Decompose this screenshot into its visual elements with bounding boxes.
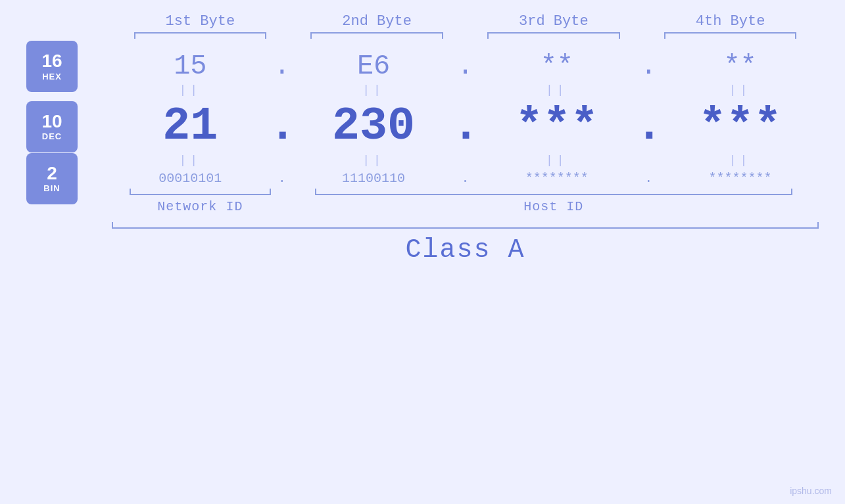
full-bracket (112, 222, 819, 229)
hex-val-2: E6 (295, 51, 452, 82)
dec-val-1: 21 (112, 101, 269, 152)
byte-header-1: 1st Byte (112, 13, 289, 30)
dec-section: 10 DEC 21 . 230 . *** . *** (112, 101, 819, 152)
eq-col-4: || (662, 83, 819, 97)
class-label: Class A (405, 235, 525, 265)
dec-dot-2: . (452, 101, 479, 152)
hex-val-3: ** (479, 51, 636, 82)
top-brackets (112, 32, 819, 39)
top-bracket-1 (112, 32, 289, 39)
watermark: ipshu.com (790, 486, 832, 496)
hex-section: 16 HEX 15 . E6 . ** . ** (112, 51, 819, 82)
top-bracket-4 (642, 32, 819, 39)
class-row: Class A (112, 235, 819, 265)
bin-dot-1: . (269, 171, 295, 186)
hex-badge-number: 16 (41, 51, 62, 72)
bottom-brackets (112, 189, 819, 195)
eq-col-8: || (662, 154, 819, 167)
eq-col-1: || (112, 83, 269, 97)
bin-val-1: 00010101 (112, 171, 269, 186)
host-id-label: Host ID (289, 199, 819, 214)
top-bracket-3 (466, 32, 642, 39)
eq-col-7: || (479, 154, 636, 167)
hex-dot-2: . (452, 51, 479, 82)
hex-values: 15 . E6 . ** . ** (112, 51, 819, 82)
hex-badge-label: HEX (42, 72, 62, 81)
bin-badge-label: BIN (43, 183, 60, 193)
byte-header-3: 3rd Byte (466, 13, 642, 30)
equals-row-1: || || || || (112, 83, 819, 97)
dec-val-3: *** (479, 101, 636, 152)
network-bracket (112, 189, 289, 195)
bin-val-3: ******** (479, 171, 636, 186)
hex-dot-1: . (269, 51, 295, 82)
hex-val-4: ** (662, 51, 819, 82)
dec-badge: 10 DEC (26, 101, 78, 152)
bin-values: 00010101 . 11100110 . ******** . *******… (112, 171, 819, 186)
eq-col-3: || (479, 83, 636, 97)
dec-dot-1: . (269, 101, 295, 152)
host-bracket (289, 189, 819, 195)
bin-section: 2 BIN 00010101 . 11100110 . ******** . *… (112, 171, 819, 186)
eq-col-6: || (295, 154, 452, 167)
dec-badge-label: DEC (42, 131, 62, 141)
bin-badge: 2 BIN (26, 153, 78, 204)
bin-val-2: 11100110 (295, 171, 452, 186)
bin-dot-3: . (635, 171, 662, 186)
page-container: 1st Byte 2nd Byte 3rd Byte 4th Byte 16 H… (0, 0, 845, 504)
eq-col-2: || (295, 83, 452, 97)
byte-header-4: 4th Byte (642, 13, 819, 30)
hex-val-1: 15 (112, 51, 269, 82)
hex-badge: 16 HEX (26, 41, 78, 92)
rows-area: 16 HEX 15 . E6 . ** . ** || || || || (112, 39, 819, 504)
equals-row-2: || || || || (112, 154, 819, 167)
byte-headers: 1st Byte 2nd Byte 3rd Byte 4th Byte (112, 13, 819, 30)
bin-badge-number: 2 (47, 164, 57, 184)
dec-val-2: 230 (295, 101, 452, 152)
dec-badge-number: 10 (41, 112, 62, 132)
id-labels-row: Network ID Host ID (112, 199, 819, 214)
dec-dot-3: . (635, 101, 662, 152)
top-bracket-2 (289, 32, 466, 39)
bin-val-4: ******** (662, 171, 819, 186)
byte-header-2: 2nd Byte (289, 13, 466, 30)
dec-val-4: *** (662, 101, 819, 152)
network-id-label: Network ID (112, 199, 289, 214)
bin-dot-2: . (452, 171, 479, 186)
eq-col-5: || (112, 154, 269, 167)
dec-values: 21 . 230 . *** . *** (112, 101, 819, 152)
hex-dot-3: . (635, 51, 662, 82)
